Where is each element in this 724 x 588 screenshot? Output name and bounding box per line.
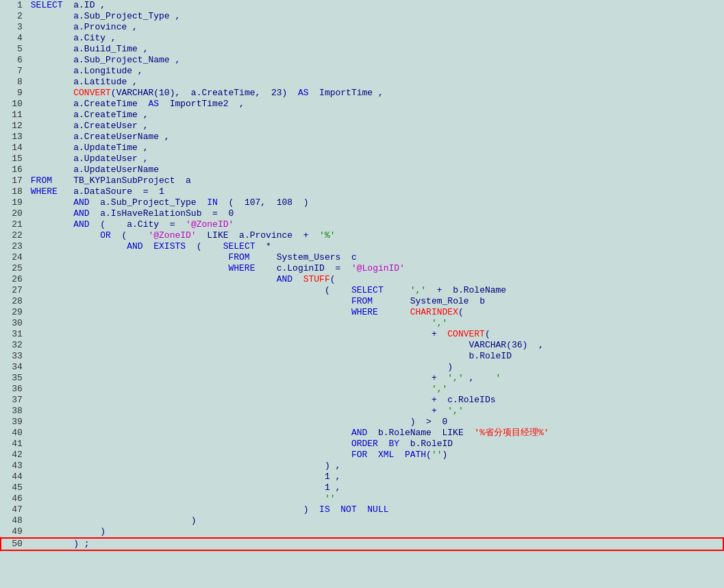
code-line: FROM TB_KYPlanSubProject a	[28, 175, 723, 186]
code-line: a.CreateUser ,	[28, 121, 723, 132]
line-number: 48	[1, 515, 28, 526]
code-line: a.City ,	[28, 33, 723, 44]
line-number: 31	[1, 329, 28, 340]
code-line: VARCHAR(36) ,	[28, 340, 723, 351]
line-number: 12	[1, 121, 28, 132]
line-number: 37	[1, 395, 28, 406]
line-number: 13	[1, 132, 28, 143]
line-number: 41	[1, 439, 28, 450]
code-line: b.RoleID	[28, 351, 723, 362]
code-line: FOR XML PATH('')	[28, 450, 723, 461]
line-number: 36	[1, 384, 28, 395]
line-number: 33	[1, 351, 28, 362]
code-line: )	[28, 526, 723, 538]
line-number: 7	[1, 66, 28, 77]
code-line: WHERE a.DataSoure = 1	[28, 186, 723, 197]
line-number: 25	[1, 263, 28, 274]
line-number: 27	[1, 285, 28, 296]
line-number: 5	[1, 44, 28, 55]
line-number: 40	[1, 428, 28, 439]
line-number: 9	[1, 88, 28, 99]
code-line: FROM System_Users c	[28, 252, 723, 263]
code-line: ORDER BY b.RoleID	[28, 439, 723, 450]
code-line: + c.RoleIDs	[28, 395, 723, 406]
line-number: 46	[1, 493, 28, 504]
line-number: 35	[1, 373, 28, 384]
code-line: + ','	[28, 406, 723, 417]
line-number: 44	[1, 471, 28, 482]
code-line: SELECT a.ID ,	[28, 0, 723, 11]
line-number: 16	[1, 164, 28, 175]
line-number: 26	[1, 274, 28, 285]
code-line: a.Build_Time ,	[28, 44, 723, 55]
line-number: 29	[1, 307, 28, 318]
code-line: a.CreateUserName ,	[28, 132, 723, 143]
code-line: AND a.Sub_Project_Type IN ( 107, 108 )	[28, 197, 723, 208]
line-number: 42	[1, 450, 28, 461]
line-number: 4	[1, 33, 28, 44]
line-number: 10	[1, 99, 28, 110]
code-line: a.UpdateTime ,	[28, 143, 723, 154]
line-number: 30	[1, 318, 28, 329]
line-number: 43	[1, 461, 28, 471]
code-line: a.CreateTime ,	[28, 110, 723, 121]
line-number: 20	[1, 208, 28, 219]
code-line: ) IS NOT NULL	[28, 504, 723, 515]
code-line: a.CreateTime AS ImportTime2 ,	[28, 99, 723, 110]
line-number: 23	[1, 241, 28, 252]
line-number: 50	[1, 538, 28, 550]
line-number: 17	[1, 175, 28, 186]
code-editor: 1SELECT a.ID ,2 a.Sub_Project_Type ,3 a.…	[0, 0, 724, 588]
line-number: 3	[1, 22, 28, 33]
code-line: a.Latitude ,	[28, 77, 723, 88]
code-line: AND b.RoleName LIKE '%省分项目经理%'	[28, 428, 723, 439]
line-number: 32	[1, 340, 28, 351]
code-table: 1SELECT a.ID ,2 a.Sub_Project_Type ,3 a.…	[0, 0, 724, 551]
line-number: 6	[1, 55, 28, 66]
code-line: a.Province ,	[28, 22, 723, 33]
line-number: 15	[1, 154, 28, 164]
code-line: AND STUFF(	[28, 274, 723, 285]
line-number: 28	[1, 296, 28, 307]
code-line: a.UpdateUser ,	[28, 154, 723, 164]
line-number: 18	[1, 186, 28, 197]
code-line: 1 ,	[28, 471, 723, 482]
code-line: ','	[28, 318, 723, 329]
code-line: a.Longitude ,	[28, 66, 723, 77]
code-line: )	[28, 515, 723, 526]
line-number: 2	[1, 11, 28, 22]
code-line: ) ;	[28, 538, 723, 550]
code-line: CONVERT(VARCHAR(10), a.CreateTime, 23) A…	[28, 88, 723, 99]
line-number: 49	[1, 526, 28, 538]
line-number: 11	[1, 110, 28, 121]
code-line: OR ( '@ZoneID' LIKE a.Province + '%'	[28, 230, 723, 241]
line-number: 47	[1, 504, 28, 515]
code-line: WHERE CHARINDEX(	[28, 307, 723, 318]
code-line: ( SELECT ',' + b.RoleName	[28, 285, 723, 296]
code-line: a.UpdateUserName	[28, 164, 723, 175]
code-line: AND ( a.City = '@ZoneID'	[28, 219, 723, 230]
line-number: 1	[1, 0, 28, 11]
code-line: a.Sub_Project_Type ,	[28, 11, 723, 22]
code-line: + CONVERT(	[28, 329, 723, 340]
line-number: 22	[1, 230, 28, 241]
line-number: 45	[1, 482, 28, 493]
code-line: FROM System_Role b	[28, 296, 723, 307]
line-number: 14	[1, 143, 28, 154]
code-line: AND a.IsHaveRelationSub = 0	[28, 208, 723, 219]
code-line: a.Sub_Project_Name ,	[28, 55, 723, 66]
code-line: WHERE c.LoginID = '@LoginID'	[28, 263, 723, 274]
code-line: AND EXISTS ( SELECT *	[28, 241, 723, 252]
line-number: 38	[1, 406, 28, 417]
code-line: 1 ,	[28, 482, 723, 493]
code-line: )	[28, 362, 723, 373]
code-line: ''	[28, 493, 723, 504]
line-number: 8	[1, 77, 28, 88]
code-line: + ',' , '	[28, 373, 723, 384]
line-number: 39	[1, 417, 28, 428]
line-number: 19	[1, 197, 28, 208]
line-number: 34	[1, 362, 28, 373]
code-line: ) > 0	[28, 417, 723, 428]
code-line: ) ,	[28, 461, 723, 471]
line-number: 21	[1, 219, 28, 230]
